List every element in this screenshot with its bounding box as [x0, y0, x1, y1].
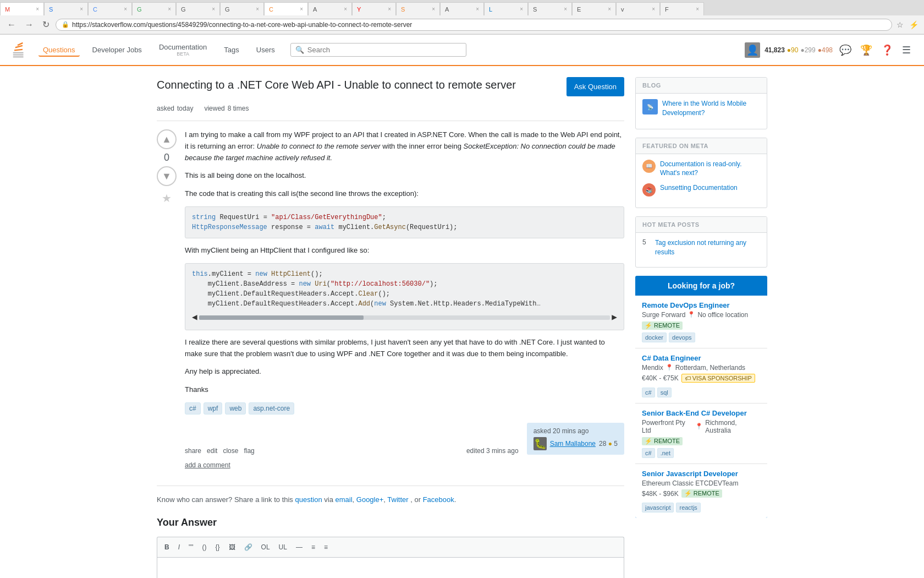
achievements-button[interactable]: 🏆 [858, 42, 875, 58]
upvote-button[interactable]: ▲ [157, 129, 177, 149]
flag-link[interactable]: flag [244, 447, 254, 455]
toolbar-outdent[interactable]: ≡ [320, 541, 332, 554]
nav-questions[interactable]: Questions [38, 43, 80, 57]
toolbar-link[interactable]: 🔗 [240, 541, 256, 554]
ask-question-button[interactable]: Ask Question [566, 77, 624, 96]
question-link[interactable]: question [295, 495, 322, 504]
meta-link-2[interactable]: Sunsetting Documentation [660, 183, 738, 193]
post-body-p2: This is all being done on the localhost. [185, 170, 624, 182]
user-card: asked 20 mins ago 🐛 Sam Mallabone 28 ● 5 [527, 423, 624, 455]
tab-12[interactable]: L × [484, 2, 528, 15]
user-name-link[interactable]: Sam Mallabone [550, 440, 596, 448]
toolbar-image[interactable]: 🖼 [225, 541, 239, 554]
job-tag[interactable]: sql [657, 388, 672, 397]
toolbar-ul[interactable]: UL [275, 541, 291, 554]
job-title-3[interactable]: Senior Back-End C# Developer [642, 409, 761, 417]
job-tag[interactable]: devops [669, 332, 695, 342]
back-button[interactable]: ← [4, 19, 19, 31]
job-tag[interactable]: c# [642, 448, 655, 458]
tag-web[interactable]: web [225, 402, 246, 415]
edit-link[interactable]: edit [207, 447, 217, 455]
meta-item-1: 📖 Documentation is read-only. What's nex… [642, 160, 760, 178]
job-tag[interactable]: docker [642, 332, 667, 342]
tag-aspnetcore[interactable]: asp.net-core [249, 402, 294, 415]
user-avatar[interactable]: 👤 [745, 42, 760, 58]
user-reputation: 41,823 ●90 ●299 ●498 [765, 46, 833, 54]
downvote-button[interactable]: ▼ [157, 166, 177, 186]
nav-developer-jobs[interactable]: Developer Jobs [88, 43, 146, 57]
sidebar-jobs-box: Looking for a job? Remote DevOps Enginee… [635, 276, 767, 518]
bookmark-button[interactable]: ★ [162, 192, 172, 205]
job-item-2: C# Data Engineer Mendix 📍 Rotterdam, Net… [635, 348, 767, 403]
toolbar-code-inline[interactable]: () [199, 541, 211, 554]
share-text-prefix: Know who can answer? Share a link to thi… [157, 495, 295, 504]
nav-documentation[interactable]: Documentation BETA [155, 40, 211, 59]
job-title-1[interactable]: Remote DevOps Engineer [642, 301, 761, 309]
job-tag[interactable]: reactjs [676, 503, 700, 512]
facebook-link[interactable]: Facebook [423, 495, 454, 504]
toolbar-italic[interactable]: I [174, 541, 184, 554]
tab-gmail[interactable]: M × [0, 2, 44, 15]
tab-9[interactable]: Y × [352, 2, 396, 15]
code-scrollbar[interactable]: ◀ ▶ [192, 311, 617, 324]
tab-8[interactable]: A × [308, 2, 352, 15]
vote-count: 0 [164, 152, 169, 163]
toolbar-ol[interactable]: OL [257, 541, 274, 554]
bookmark-star-button[interactable]: ☆ [895, 19, 905, 30]
location-icon-3: 📍 [695, 423, 703, 430]
job-badges-4: $48K - $96K ⚡ REMOTE [642, 489, 761, 500]
add-comment-link[interactable]: add a comment [185, 461, 624, 469]
tab-14[interactable]: E × [572, 2, 616, 15]
question-tags: c# wpf web asp.net-core [185, 402, 624, 415]
reload-button[interactable]: ↻ [40, 18, 52, 31]
tab-so-active[interactable]: C × [264, 2, 308, 15]
tab-13[interactable]: S × [528, 2, 572, 15]
tag-csharp[interactable]: c# [185, 402, 201, 415]
job-title-4[interactable]: Senior Javascript Developer [642, 470, 761, 478]
share-link[interactable]: share [185, 447, 201, 455]
job-tag[interactable]: javascript [642, 503, 674, 512]
inbox-button[interactable]: 💬 [837, 42, 854, 58]
blog-icon: 📡 [642, 99, 658, 114]
answer-textarea[interactable] [157, 557, 624, 578]
tab-5[interactable]: G × [176, 2, 220, 15]
address-bar[interactable]: 🔒 https://stackoverflow.com/questions/45… [56, 19, 892, 31]
tab-6[interactable]: G × [220, 2, 264, 15]
tag-wpf[interactable]: wpf [204, 402, 223, 415]
toolbar-bold[interactable]: B [161, 541, 173, 554]
hamburger-button[interactable]: ☰ [900, 42, 913, 58]
tab-11[interactable]: A × [440, 2, 484, 15]
visa-badge-2: 🏷 VISA SPONSORSHIP [681, 374, 755, 383]
job-tag[interactable]: .net [657, 448, 674, 458]
googleplus-link[interactable]: Google+ [356, 495, 384, 504]
toolbar-quote[interactable]: "" [185, 541, 197, 554]
user-score: 28 ● 5 [599, 440, 618, 448]
tab-4[interactable]: G × [132, 2, 176, 15]
job-title-2[interactable]: C# Data Engineer [642, 354, 761, 362]
extension-button[interactable]: ⚡ [908, 19, 920, 30]
help-button[interactable]: ❓ [879, 42, 895, 58]
toolbar-indent[interactable]: ≡ [307, 541, 319, 554]
toolbar-hr[interactable]: — [292, 541, 306, 554]
meta-content: 📖 Documentation is read-only. What's nex… [636, 154, 767, 208]
so-logo[interactable] [11, 42, 28, 58]
tab-10[interactable]: S × [396, 2, 440, 15]
tab-3[interactable]: C × [88, 2, 132, 15]
email-link[interactable]: email [335, 495, 352, 504]
toolbar-code-block[interactable]: {} [212, 541, 224, 554]
blog-link[interactable]: Where in the World is Mobile Development… [662, 99, 760, 118]
search-input[interactable] [307, 46, 461, 54]
meta-link-1[interactable]: Documentation is read-only. What's next? [660, 160, 760, 178]
tab-2[interactable]: S × [44, 2, 88, 15]
tab-15[interactable]: v × [616, 2, 660, 15]
forward-button[interactable]: → [22, 19, 36, 31]
so-search[interactable]: 🔍 [290, 43, 466, 57]
main-container: Connecting to a .NET Core Web API - Unab… [148, 66, 776, 578]
hot-meta-link-1[interactable]: Tag exclusion not returning any results [655, 238, 760, 257]
job-tag[interactable]: c# [642, 388, 655, 397]
twitter-link[interactable]: Twitter [387, 495, 408, 504]
nav-users[interactable]: Users [252, 43, 279, 57]
close-link[interactable]: close [223, 447, 238, 455]
nav-tags[interactable]: Tags [219, 43, 243, 57]
tab-16[interactable]: F × [660, 2, 704, 15]
